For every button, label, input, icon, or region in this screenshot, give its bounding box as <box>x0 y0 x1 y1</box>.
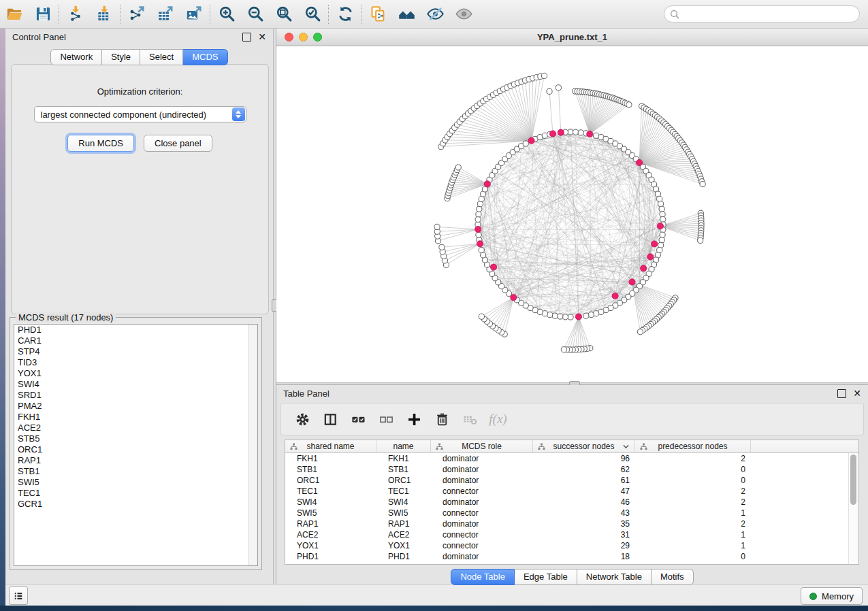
table-cell[interactable]: 18 <box>533 552 635 561</box>
graph-node[interactable] <box>588 312 594 318</box>
mcds-result-item[interactable]: RAP1 <box>14 455 257 466</box>
graph-node[interactable] <box>541 73 547 78</box>
column-header-shared-name[interactable]: shared name <box>285 440 376 452</box>
mcds-result-item[interactable]: STB5 <box>14 433 257 444</box>
search-input[interactable] <box>679 9 859 20</box>
mcds-result-item[interactable]: TEC1 <box>14 488 257 499</box>
table-cell[interactable]: dominator <box>431 465 533 474</box>
graph-node[interactable] <box>698 237 703 243</box>
deselect-all-checkboxes-icon[interactable] <box>373 406 400 433</box>
add-column-icon[interactable] <box>401 406 428 433</box>
table-scrollbar-thumb[interactable] <box>850 455 856 505</box>
graph-node[interactable] <box>476 232 481 237</box>
table-cell[interactable]: ORC1 <box>285 476 376 485</box>
mcds-result-item[interactable]: TID3 <box>14 357 257 368</box>
mcds-result-item[interactable]: FKH1 <box>14 412 257 423</box>
table-cell[interactable]: FKH1 <box>376 454 431 463</box>
table-cell[interactable]: 61 <box>533 476 635 485</box>
graph-dominator-node[interactable] <box>490 264 496 270</box>
table-row[interactable]: SWI5SWI5connector431 <box>285 508 858 518</box>
table-cell[interactable]: 1 <box>635 530 751 540</box>
mcds-list-scrollbar[interactable] <box>248 325 257 565</box>
graph-node[interactable] <box>568 129 573 135</box>
optimization-criterion-select[interactable]: largest connected component (undirected) <box>34 106 246 122</box>
graph-node[interactable] <box>659 237 664 243</box>
table-row[interactable]: PHD1PHD1dominator180 <box>285 551 858 562</box>
column-header-name[interactable]: name <box>376 440 431 452</box>
export-image-icon[interactable] <box>180 0 208 29</box>
function-builder-icon[interactable]: f(x) <box>485 406 511 433</box>
table-cell[interactable]: connector <box>431 508 533 518</box>
float-panel-icon[interactable] <box>242 33 251 42</box>
table-cell[interactable]: ORC1 <box>376 476 431 485</box>
graph-node[interactable] <box>558 314 563 319</box>
tab-mcds[interactable]: MCDS <box>183 49 227 65</box>
table-cell[interactable]: SWI4 <box>285 497 376 507</box>
table-cell[interactable]: 0 <box>635 552 751 561</box>
graph-node[interactable] <box>556 85 561 90</box>
graph-node[interactable] <box>434 224 440 229</box>
import-network-icon[interactable] <box>61 0 90 29</box>
zoom-selected-icon[interactable] <box>298 0 327 29</box>
graph-node[interactable] <box>561 347 566 352</box>
table-cell[interactable]: 43 <box>533 508 635 518</box>
table-row[interactable]: TEC1TEC1connector472 <box>285 486 858 497</box>
table-cell[interactable]: 46 <box>533 497 635 507</box>
table-cell[interactable]: SWI5 <box>376 508 431 518</box>
mcds-result-item[interactable]: PHD1 <box>14 325 257 335</box>
export-table-icon[interactable] <box>151 0 180 29</box>
table-cell[interactable]: 1 <box>635 508 751 518</box>
graph-dominator-node[interactable] <box>657 223 663 229</box>
hide-selected-icon[interactable] <box>421 0 449 29</box>
table-cell[interactable]: SWI4 <box>376 497 431 507</box>
mcds-result-item[interactable]: SRD1 <box>14 390 257 401</box>
table-cell[interactable]: connector <box>431 486 533 496</box>
table-cell[interactable]: 2 <box>635 486 751 496</box>
mcds-result-item[interactable]: YOX1 <box>14 368 257 379</box>
graph-dominator-node[interactable] <box>475 227 481 233</box>
graph-node[interactable] <box>439 244 445 250</box>
table-cell[interactable]: YOX1 <box>376 541 431 550</box>
graph-dominator-node[interactable] <box>612 293 618 299</box>
memory-button[interactable]: Memory <box>801 587 863 605</box>
table-cell[interactable]: 2 <box>635 519 751 529</box>
mcds-result-item[interactable]: SWI5 <box>14 477 257 488</box>
open-file-icon[interactable] <box>0 0 29 29</box>
table-cell[interactable]: dominator <box>431 519 533 529</box>
table-row[interactable]: RAP1RAP1dominator352 <box>285 518 858 529</box>
tab-style[interactable]: Style <box>102 49 140 65</box>
mcds-result-item[interactable]: GCR1 <box>14 499 257 510</box>
column-header-MCDS-role[interactable]: MCDS role <box>431 440 533 452</box>
column-header-successor-nodes[interactable]: successor nodes <box>533 440 635 452</box>
graph-dominator-node[interactable] <box>549 131 556 137</box>
table-cell[interactable]: PHD1 <box>376 552 431 561</box>
table-cell[interactable]: connector <box>431 530 533 540</box>
close-panel-button[interactable]: Close panel <box>144 135 212 152</box>
table-cell[interactable]: 2 <box>635 497 751 507</box>
mcds-result-item[interactable]: STB1 <box>14 466 257 477</box>
graph-dominator-node[interactable] <box>647 254 654 260</box>
graph-node[interactable] <box>659 206 664 212</box>
table-cell[interactable]: ACE2 <box>376 530 431 540</box>
network-canvas[interactable] <box>276 46 868 382</box>
graph-node[interactable] <box>700 182 705 187</box>
graph-node[interactable] <box>562 314 568 320</box>
graph-node[interactable] <box>578 130 583 135</box>
delete-table-icon[interactable] <box>457 406 483 433</box>
tab-network-table[interactable]: Network Table <box>577 569 652 585</box>
table-cell[interactable]: 35 <box>533 519 635 529</box>
tab-select[interactable]: Select <box>140 49 183 65</box>
save-session-icon[interactable] <box>29 0 57 29</box>
graph-dominator-node[interactable] <box>484 181 490 187</box>
table-cell[interactable]: 96 <box>533 454 635 463</box>
float-table-panel-icon[interactable] <box>837 389 846 398</box>
tab-node-table[interactable]: Node Table <box>451 569 515 585</box>
table-cell[interactable]: dominator <box>431 552 533 561</box>
graph-dominator-node[interactable] <box>641 265 647 271</box>
graph-node[interactable] <box>552 313 558 318</box>
table-scrollbar-track[interactable] <box>848 453 858 564</box>
table-cell[interactable]: 0 <box>635 476 751 485</box>
graph-node[interactable] <box>477 206 482 212</box>
mcds-result-item[interactable]: STP4 <box>14 346 257 357</box>
graph-node[interactable] <box>660 212 665 217</box>
